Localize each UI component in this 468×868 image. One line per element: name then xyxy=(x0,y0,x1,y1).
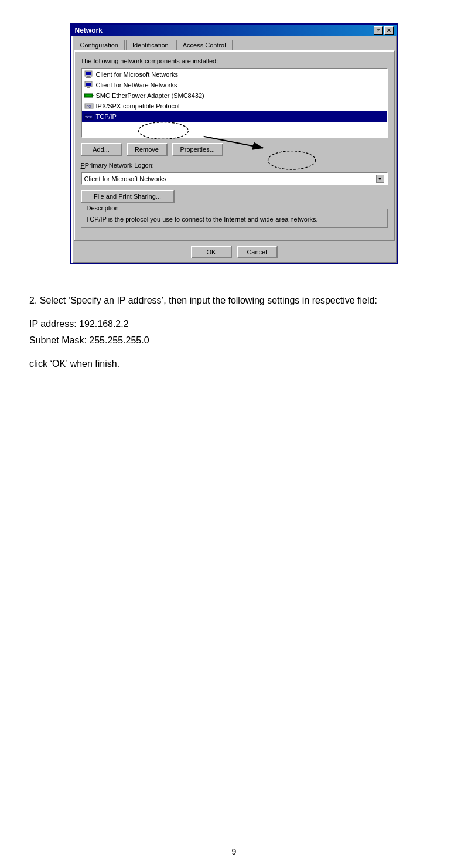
help-button[interactable]: ? xyxy=(374,26,383,35)
ok-cancel-row: OK Cancel xyxy=(71,241,397,263)
add-button[interactable]: Add... xyxy=(81,143,122,156)
primary-network-dropdown[interactable]: Client for Microsoft Networks ▼ xyxy=(81,172,388,185)
tab-access-control[interactable]: Access Control xyxy=(176,40,233,50)
file-share-section: File and Print Sharing... xyxy=(81,190,388,203)
client-icon xyxy=(84,80,94,90)
list-item-tcpip: TCP TCP/IP xyxy=(82,111,387,122)
svg-rect-7 xyxy=(86,88,91,88)
ok-button[interactable]: OK xyxy=(191,246,232,258)
file-print-sharing-button[interactable]: File and Print Sharing... xyxy=(81,190,175,203)
svg-text:IPX: IPX xyxy=(86,105,91,108)
page-number: 9 xyxy=(232,847,237,856)
adapter-icon xyxy=(84,91,94,100)
primary-network-logon-label: PPrimary Network Logon: xyxy=(81,162,388,169)
titlebar-buttons: ? ✕ xyxy=(374,26,394,35)
svg-rect-10 xyxy=(93,95,94,96)
tab-content: The following network components are ins… xyxy=(74,50,395,241)
protocol-icon: IPX xyxy=(84,101,94,111)
paragraph-3: click ‘OK’ when finish. xyxy=(29,357,468,371)
tab-bar: Configuration Identification Access Cont… xyxy=(71,38,397,50)
svg-rect-3 xyxy=(86,77,91,78)
svg-rect-6 xyxy=(87,87,90,88)
primary-network-logon-section: PPrimary Network Logon: Client for Micro… xyxy=(81,162,388,185)
close-button[interactable]: ✕ xyxy=(384,26,394,35)
dialog-wrapper: Network ? ✕ Configuration Identification… xyxy=(70,18,398,282)
subnet-mask-line: Subnet Mask: 255.255.255.0 xyxy=(29,333,468,348)
list-item: SMC EtherPower Adapter (SMC8432) xyxy=(82,90,387,101)
list-item: Client for NetWare Networks xyxy=(82,80,387,90)
cancel-button[interactable]: Cancel xyxy=(237,246,278,258)
list-item: Client for Microsoft Networks xyxy=(82,69,387,80)
network-dialog: Network ? ✕ Configuration Identification… xyxy=(70,23,398,264)
tab-configuration[interactable]: Configuration xyxy=(74,40,125,50)
svg-rect-9 xyxy=(86,95,91,96)
client-icon xyxy=(84,70,94,79)
tab-identification[interactable]: Identification xyxy=(126,40,175,50)
list-item: IPX IPX/SPX-compatible Protocol xyxy=(82,101,387,111)
paragraph-1: 2. Select ‘Specify an IP address’, then … xyxy=(29,294,468,308)
description-legend: Description xyxy=(85,205,121,212)
component-buttons: Add... Remove Properties... xyxy=(81,143,388,156)
svg-rect-2 xyxy=(87,76,90,77)
description-box: Description TCP/IP is the protocol you u… xyxy=(81,209,388,228)
dropdown-arrow-icon: ▼ xyxy=(376,175,384,183)
network-components-label: The following network components are ins… xyxy=(81,57,388,64)
properties-button[interactable]: Properties... xyxy=(172,143,223,156)
network-components-list[interactable]: Client for Microsoft Networks Client for… xyxy=(81,68,388,138)
ip-address-line: IP address: 192.168.2.2 xyxy=(29,317,468,331)
remove-button[interactable]: Remove xyxy=(127,143,168,156)
titlebar: Network ? ✕ xyxy=(71,25,397,36)
description-text: TCP/IP is the protocol you use to connec… xyxy=(86,215,382,224)
svg-rect-5 xyxy=(86,83,91,86)
svg-rect-1 xyxy=(86,72,91,75)
dialog-title: Network xyxy=(75,26,103,35)
body-text: 2. Select ‘Specify an IP address’, then … xyxy=(18,294,468,380)
protocol-icon: TCP xyxy=(84,112,94,121)
svg-text:TCP: TCP xyxy=(85,115,92,119)
